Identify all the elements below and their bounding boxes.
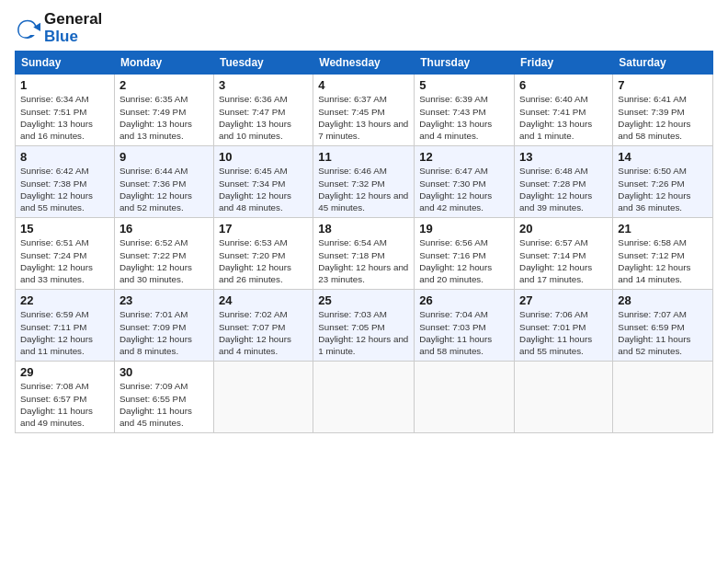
sunset-label: Sunset: 7:30 PM [419,178,485,189]
daylight-label: Daylight: 11 hours and 49 minutes. [20,406,93,428]
calendar-header-cell: Tuesday [213,52,313,75]
calendar-day-cell: 25 Sunrise: 7:03 AM Sunset: 7:05 PM Dayl… [313,290,415,362]
calendar-day-cell: 4 Sunrise: 6:37 AM Sunset: 7:45 PM Dayli… [313,75,415,146]
sunrise-label: Sunrise: 6:48 AM [519,166,588,176]
sunrise-label: Sunrise: 6:44 AM [119,166,188,176]
daylight-label: Daylight: 11 hours and 55 minutes. [519,334,592,356]
sunrise-label: Sunrise: 6:45 AM [219,166,288,176]
sunrise-label: Sunrise: 7:04 AM [419,309,488,319]
sunrise-label: Sunrise: 7:02 AM [219,309,288,319]
day-number: 4 [318,78,409,92]
calendar-week-row: 22 Sunrise: 6:59 AM Sunset: 7:11 PM Dayl… [16,290,713,362]
calendar-day-cell [213,362,313,433]
logo-text: General Blue [44,11,102,45]
day-info: Sunrise: 6:58 AM Sunset: 7:12 PM Dayligh… [618,236,708,285]
daylight-label: Daylight: 12 hours and 17 minutes. [519,262,592,284]
calendar-day-cell: 8 Sunrise: 6:42 AM Sunset: 7:38 PM Dayli… [16,146,115,218]
day-info: Sunrise: 7:06 AM Sunset: 7:01 PM Dayligh… [519,308,608,357]
day-info: Sunrise: 7:04 AM Sunset: 7:03 PM Dayligh… [419,308,509,357]
day-number: 16 [119,222,209,236]
daylight-label: Daylight: 13 hours and 1 minute. [519,119,592,141]
day-number: 15 [20,222,109,236]
calendar-header-cell: Saturday [613,52,713,75]
sunset-label: Sunset: 7:11 PM [20,322,86,332]
sunset-label: Sunset: 7:07 PM [219,322,285,332]
sunset-label: Sunset: 7:16 PM [419,250,485,260]
day-info: Sunrise: 6:54 AM Sunset: 7:18 PM Dayligh… [318,236,409,285]
day-number: 8 [20,150,109,164]
sunrise-label: Sunrise: 6:50 AM [618,166,687,176]
sunset-label: Sunset: 7:28 PM [519,178,586,189]
sunrise-label: Sunrise: 6:51 AM [20,237,89,247]
daylight-label: Daylight: 12 hours and 8 minutes. [119,334,192,356]
day-number: 21 [618,222,708,236]
sunset-label: Sunset: 7:47 PM [219,107,285,117]
sunset-label: Sunset: 7:41 PM [519,107,586,117]
sunrise-label: Sunrise: 7:01 AM [119,309,188,319]
calendar-day-cell [415,362,515,433]
sunset-label: Sunset: 7:18 PM [318,250,384,260]
calendar-week-row: 8 Sunrise: 6:42 AM Sunset: 7:38 PM Dayli… [16,146,713,218]
sunset-label: Sunset: 7:39 PM [618,107,684,117]
day-info: Sunrise: 6:40 AM Sunset: 7:41 PM Dayligh… [519,93,608,142]
calendar-header-cell: Wednesday [313,52,415,75]
sunset-label: Sunset: 7:34 PM [219,178,285,189]
day-number: 7 [618,78,708,92]
day-number: 26 [419,293,509,307]
day-info: Sunrise: 6:50 AM Sunset: 7:26 PM Dayligh… [618,165,708,213]
calendar-header-cell: Sunday [16,52,115,75]
calendar-day-cell: 20 Sunrise: 6:57 AM Sunset: 7:14 PM Dayl… [515,218,613,290]
calendar-day-cell: 21 Sunrise: 6:58 AM Sunset: 7:12 PM Dayl… [613,218,713,290]
calendar-day-cell: 11 Sunrise: 6:46 AM Sunset: 7:32 PM Dayl… [313,146,415,218]
calendar-day-cell: 17 Sunrise: 6:53 AM Sunset: 7:20 PM Dayl… [213,218,313,290]
sunset-label: Sunset: 7:20 PM [219,250,285,260]
day-info: Sunrise: 6:46 AM Sunset: 7:32 PM Dayligh… [318,165,409,213]
day-number: 25 [318,293,409,307]
sunset-label: Sunset: 7:49 PM [119,107,186,117]
calendar-day-cell: 6 Sunrise: 6:40 AM Sunset: 7:41 PM Dayli… [515,75,613,146]
day-info: Sunrise: 6:44 AM Sunset: 7:36 PM Dayligh… [119,165,209,213]
sunset-label: Sunset: 7:01 PM [519,322,586,332]
daylight-label: Daylight: 13 hours and 10 minutes. [219,119,291,141]
daylight-label: Daylight: 12 hours and 58 minutes. [618,119,690,141]
calendar-day-cell: 1 Sunrise: 6:34 AM Sunset: 7:51 PM Dayli… [16,75,115,146]
day-number: 30 [119,365,209,379]
calendar-header-cell: Thursday [415,52,515,75]
daylight-label: Daylight: 11 hours and 58 minutes. [419,334,492,356]
sunrise-label: Sunrise: 6:42 AM [20,166,89,176]
daylight-label: Daylight: 13 hours and 16 minutes. [20,119,93,141]
sunset-label: Sunset: 7:03 PM [419,322,485,332]
day-info: Sunrise: 7:02 AM Sunset: 7:07 PM Dayligh… [219,308,308,357]
day-number: 10 [219,150,308,164]
sunset-label: Sunset: 6:59 PM [618,322,684,332]
day-number: 18 [318,222,409,236]
logo: General Blue [15,11,102,45]
sunset-label: Sunset: 7:38 PM [20,178,86,189]
day-info: Sunrise: 6:47 AM Sunset: 7:30 PM Dayligh… [419,165,509,213]
daylight-label: Daylight: 13 hours and 13 minutes. [119,119,192,141]
calendar-day-cell: 24 Sunrise: 7:02 AM Sunset: 7:07 PM Dayl… [213,290,313,362]
sunrise-label: Sunrise: 6:34 AM [20,94,89,104]
sunrise-label: Sunrise: 6:36 AM [219,94,288,104]
day-info: Sunrise: 7:08 AM Sunset: 6:57 PM Dayligh… [20,380,109,429]
calendar-header-row: SundayMondayTuesdayWednesdayThursdayFrid… [16,52,713,75]
day-info: Sunrise: 7:09 AM Sunset: 6:55 PM Dayligh… [119,380,209,429]
header: General Blue [15,11,713,45]
sunrise-label: Sunrise: 6:46 AM [318,166,387,176]
sunset-label: Sunset: 7:12 PM [618,250,684,260]
daylight-label: Daylight: 12 hours and 39 minutes. [519,190,592,213]
day-number: 6 [519,78,608,92]
sunset-label: Sunset: 7:32 PM [318,178,384,189]
calendar-week-row: 15 Sunrise: 6:51 AM Sunset: 7:24 PM Dayl… [16,218,713,290]
sunset-label: Sunset: 7:36 PM [119,178,186,189]
daylight-label: Daylight: 12 hours and 4 minutes. [219,334,291,356]
calendar-day-cell: 3 Sunrise: 6:36 AM Sunset: 7:47 PM Dayli… [213,75,313,146]
sunrise-label: Sunrise: 6:40 AM [519,94,588,104]
calendar-week-row: 29 Sunrise: 7:08 AM Sunset: 6:57 PM Dayl… [16,362,713,433]
calendar-table: SundayMondayTuesdayWednesdayThursdayFrid… [15,51,713,433]
daylight-label: Daylight: 12 hours and 26 minutes. [219,262,291,284]
sunrise-label: Sunrise: 6:56 AM [419,237,488,247]
sunrise-label: Sunrise: 7:03 AM [318,309,387,319]
calendar-day-cell: 5 Sunrise: 6:39 AM Sunset: 7:43 PM Dayli… [415,75,515,146]
sunrise-label: Sunrise: 6:41 AM [618,94,687,104]
